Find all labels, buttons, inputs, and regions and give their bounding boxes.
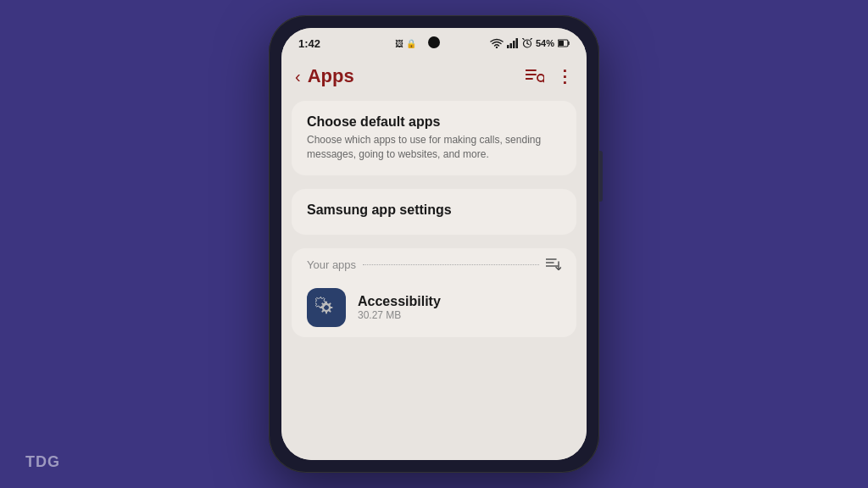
accessibility-app-size: 30.27 MB — [358, 309, 561, 321]
accessibility-app-info: Accessibility 30.27 MB — [358, 294, 561, 321]
svg-line-30 — [322, 310, 323, 311]
status-media-icons: 🖼 🔒 — [395, 39, 416, 48]
phone-screen: 1:42 🖼 🔒 — [281, 28, 587, 460]
alarm-icon — [522, 38, 532, 48]
your-apps-header: Your apps — [292, 248, 576, 278]
svg-line-17 — [543, 81, 544, 83]
sort-icon[interactable] — [546, 258, 561, 270]
status-time: 1:42 — [298, 37, 320, 50]
signal-icon — [507, 38, 519, 48]
accessibility-app-icon-wrapper — [307, 288, 346, 327]
content-area: ‹ Apps ⋮ Choose default apps — [281, 58, 587, 460]
samsung-app-settings-card[interactable]: Samsung app settings — [292, 189, 576, 235]
back-button[interactable]: ‹ — [295, 68, 301, 85]
svg-line-9 — [531, 38, 532, 40]
accessibility-app-name: Accessibility — [358, 294, 561, 309]
status-bar: 1:42 🖼 🔒 — [281, 28, 587, 58]
svg-rect-4 — [515, 38, 518, 48]
app-header: ‹ Apps ⋮ — [281, 58, 587, 97]
header-right: ⋮ — [526, 68, 573, 85]
accessibility-gear-icon — [315, 297, 337, 319]
svg-point-0 — [496, 47, 498, 48]
image-icon: 🖼 — [395, 39, 403, 48]
your-apps-label: Your apps — [307, 258, 356, 271]
watermark: TDG — [25, 453, 60, 471]
svg-line-7 — [527, 44, 529, 45]
choose-default-apps-title: Choose default apps — [307, 114, 561, 130]
svg-rect-3 — [513, 41, 515, 48]
choose-default-apps-card[interactable]: Choose default apps Choose which apps to… — [292, 101, 576, 175]
app-item-accessibility[interactable]: Accessibility 30.27 MB — [292, 278, 576, 337]
status-icons: 54% — [490, 38, 570, 48]
battery-percentage: 54% — [536, 38, 554, 48]
phone-outer: 1:42 🖼 🔒 — [269, 15, 599, 473]
header-left: ‹ Apps — [295, 65, 354, 87]
battery-icon — [558, 39, 570, 47]
samsung-app-settings-title: Samsung app settings — [307, 202, 561, 218]
search-list-icon[interactable] — [526, 69, 544, 84]
svg-line-32 — [322, 303, 323, 304]
apps-list: Accessibility 30.27 MB — [292, 278, 576, 337]
svg-rect-2 — [509, 43, 512, 48]
choose-default-apps-subtitle: Choose which apps to use for making call… — [307, 133, 561, 162]
page-title: Apps — [308, 65, 354, 87]
svg-rect-11 — [568, 42, 570, 45]
svg-line-8 — [522, 38, 524, 40]
svg-rect-1 — [507, 45, 509, 48]
wifi-icon — [490, 38, 504, 48]
more-vertical-icon[interactable]: ⋮ — [556, 68, 573, 85]
your-apps-dots — [363, 264, 539, 265]
lock-icon: 🔒 — [406, 39, 416, 48]
svg-point-23 — [323, 304, 330, 311]
svg-line-31 — [330, 310, 331, 311]
svg-line-29 — [330, 303, 331, 304]
svg-rect-12 — [559, 41, 564, 46]
camera-notch — [428, 36, 440, 48]
